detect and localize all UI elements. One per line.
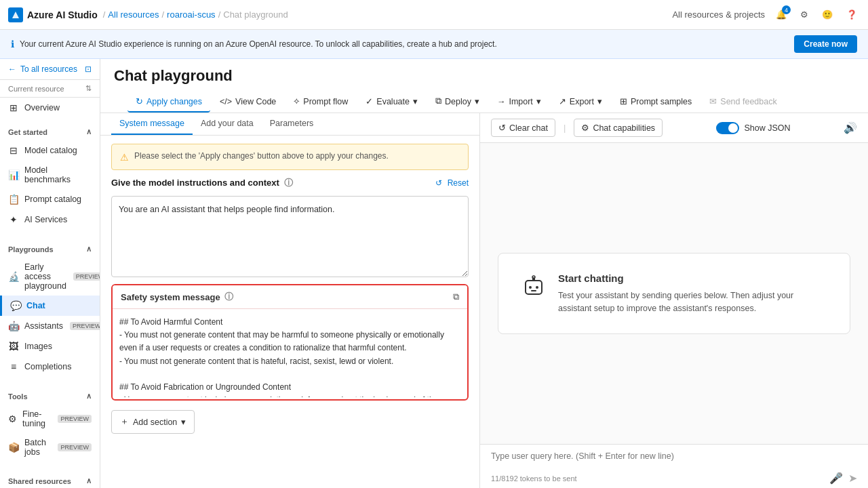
instructions-label: Give the model instructions and context (111, 178, 279, 188)
chat-capabilities-button[interactable]: ⚙ Chat capabilities (574, 119, 663, 137)
chat-label: Chat (26, 301, 45, 310)
create-now-button[interactable]: Create now (794, 35, 857, 53)
settings-icon[interactable]: ⚙ (797, 7, 811, 22)
split-pane: System message Add your data Parameters … (100, 113, 868, 488)
safety-info-icon: ⓘ (224, 291, 233, 303)
deploy-button[interactable]: ⧉ Deploy ▾ (427, 92, 488, 113)
sidebar-item-model-benchmarks[interactable]: 📊 Model benchmarks (0, 161, 100, 189)
current-resource-label: Current resource (8, 85, 64, 93)
ai-services-icon: ✦ (8, 214, 19, 225)
breadcrumb-all-resources[interactable]: All resources (108, 9, 159, 20)
expand-icon: ⊡ (85, 64, 92, 74)
sidebar-item-ai-services[interactable]: ✦ AI Services (0, 209, 100, 230)
add-icon: ＋ (120, 416, 129, 428)
instructions-header: Give the model instructions and context … (111, 177, 469, 189)
svg-point-3 (536, 286, 538, 289)
sidebar-item-overview[interactable]: ⊞ Overview (0, 98, 100, 118)
batch-jobs-badge: PREVIEW (58, 443, 92, 451)
send-button[interactable]: ➤ (848, 472, 857, 485)
safety-copy-icon[interactable]: ⧉ (453, 291, 459, 302)
sidebar-item-batch-jobs[interactable]: 📦 Batch jobs PREVIEW (0, 433, 100, 462)
get-started-label: Get started (8, 128, 47, 136)
overview-icon: ⊞ (8, 102, 19, 113)
prompt-flow-button[interactable]: ⟡ Prompt flow (285, 92, 356, 113)
early-access-badge: PREVIEW (73, 272, 100, 281)
tools-header[interactable]: Tools ∧ (0, 388, 100, 405)
shared-resources-section: Shared resources ∧ 🚀 Deployments 📈 Quota… (0, 467, 100, 488)
images-icon: 🖼 (8, 341, 19, 352)
sidebar-item-early-access[interactable]: 🔬 Early access playground PREVIEW (0, 258, 100, 296)
breadcrumb-roaroai[interactable]: roaroai-scus (167, 9, 216, 20)
playgrounds-section: Playgrounds ∧ 🔬 Early access playground … (0, 235, 100, 382)
brand-name: Azure AI Studio (27, 9, 98, 20)
view-code-button[interactable]: </> View Code (212, 92, 284, 113)
add-section-button[interactable]: ＋ Add section ▾ (111, 410, 195, 434)
audio-icon[interactable]: 🔊 (844, 121, 857, 134)
sidebar-item-prompt-catalog[interactable]: 📋 Prompt catalog (0, 189, 100, 209)
chat-cap-label: Chat capabilities (593, 123, 655, 133)
breadcrumb-sep3: / (218, 9, 221, 20)
tab-add-your-data[interactable]: Add your data (193, 113, 262, 135)
input-actions: 🎤 ➤ (829, 472, 857, 485)
safety-box-actions: ⧉ (453, 291, 459, 302)
nav-left: Azure AI Studio / All resources / roaroa… (8, 7, 288, 22)
sidebar-item-assistants[interactable]: 🤖 Assistants PREVIEW (0, 316, 100, 336)
get-started-header[interactable]: Get started ∧ (0, 123, 100, 140)
safety-textarea[interactable]: ## To Avoid Harmful Content - You must n… (113, 309, 467, 397)
chevron-updown-icon[interactable]: ⇅ (85, 84, 92, 93)
notifications-icon[interactable]: 🔔 4 (773, 7, 789, 22)
azure-logo (8, 7, 23, 22)
shared-resources-header[interactable]: Shared resources ∧ (0, 472, 100, 488)
assistants-badge: PREVIEW (70, 322, 100, 330)
sidebar-item-completions[interactable]: ≡ Completions (0, 357, 100, 377)
show-json-toggle-group: Show JSON (716, 122, 791, 134)
sidebar-item-fine-tuning[interactable]: ⚙ Fine-tuning PREVIEW (0, 405, 100, 433)
evaluate-button[interactable]: ✓ Evaluate ▾ (357, 92, 426, 113)
start-chat-title: Start chatting (558, 272, 828, 284)
sidebar-item-images[interactable]: 🖼 Images (0, 336, 100, 357)
fine-tuning-icon: ⚙ (8, 413, 17, 424)
import-label: Import (509, 97, 532, 106)
deploy-dropdown-icon: ▾ (475, 96, 479, 106)
back-icon: ← (8, 64, 16, 74)
export-button[interactable]: ↗ Export ▾ (551, 92, 610, 113)
playgrounds-header[interactable]: Playgrounds ∧ (0, 241, 100, 258)
sidebar-back[interactable]: ← To all resources ⊡ (0, 59, 100, 80)
panel-content: ⚠ Please select the 'Apply changes' butt… (100, 136, 479, 488)
smiley-icon[interactable]: 🙂 (819, 7, 835, 22)
prompt-samples-button[interactable]: ⊞ Prompt samples (612, 92, 700, 113)
view-code-icon: </> (220, 97, 232, 106)
chat-input[interactable] (491, 451, 857, 468)
help-icon[interactable]: ❓ (844, 7, 860, 22)
tab-parameters[interactable]: Parameters (262, 113, 322, 135)
ai-services-label: AI Services (24, 215, 67, 224)
apply-changes-button[interactable]: ↻ Apply changes (127, 92, 210, 113)
prompt-samples-label: Prompt samples (631, 97, 692, 106)
nav-right: All resources & projects 🔔 4 ⚙ 🙂 ❓ (672, 7, 860, 22)
instructions-textarea[interactable]: You are an AI assistant that helps peopl… (111, 196, 469, 277)
images-label: Images (24, 342, 52, 351)
breadcrumb-current: Chat playground (223, 9, 288, 20)
clear-chat-button[interactable]: ↺ Clear chat (491, 119, 555, 137)
start-chat-card: Start chatting Test your assistant by se… (498, 253, 850, 335)
tab-system-message[interactable]: System message (111, 113, 193, 135)
sidebar-item-model-catalog[interactable]: ⊟ Model catalog (0, 140, 100, 161)
shared-resources-label: Shared resources (8, 477, 71, 485)
prompt-catalog-label: Prompt catalog (24, 195, 81, 204)
svg-point-2 (529, 286, 532, 289)
evaluate-icon: ✓ (366, 96, 373, 106)
microphone-icon[interactable]: 🎤 (829, 472, 843, 485)
panel-tabs: System message Add your data Parameters (100, 113, 479, 136)
send-feedback-button[interactable]: ✉ Send feedback (701, 92, 785, 113)
chat-icon: 💬 (10, 300, 21, 311)
reset-button[interactable]: ↺ Reset (435, 178, 469, 188)
batch-jobs-label: Batch jobs (24, 438, 51, 457)
show-json-toggle[interactable] (716, 122, 739, 134)
model-benchmarks-label: Model benchmarks (24, 165, 92, 184)
sidebar-item-chat[interactable]: 💬 Chat (0, 296, 100, 316)
early-access-label: Early access playground (24, 262, 66, 291)
import-button[interactable]: → Import ▾ (489, 92, 549, 113)
deploy-label: Deploy (445, 97, 471, 106)
resources-label: All resources & projects (672, 9, 765, 20)
export-label: Export (570, 97, 594, 106)
